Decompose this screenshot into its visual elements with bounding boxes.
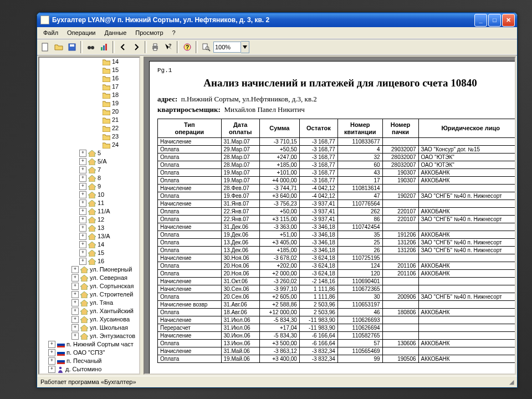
tree-node-24[interactable]: 24	[39, 141, 139, 149]
tree-node-ул. Хусаинова[interactable]: +ул. Хусаинова	[39, 315, 139, 324]
tree-node-18[interactable]: 18	[39, 91, 139, 99]
tree-node-11-А[interactable]: +11/А	[39, 207, 139, 216]
cell: 17	[337, 177, 382, 185]
help-icon[interactable]: ?	[181, 41, 193, 53]
menu-Файл[interactable]: Файл	[39, 28, 62, 37]
tree-node-ул. Строителей[interactable]: +ул. Строителей	[39, 290, 139, 299]
expand-toggle[interactable]: +	[48, 366, 55, 373]
tree-node-16[interactable]: 16	[39, 74, 139, 83]
expand-toggle[interactable]: +	[48, 357, 55, 365]
node-icon	[80, 267, 88, 273]
tree-node-5-А[interactable]: +5/А	[39, 157, 139, 166]
tree-node-14[interactable]: 14	[39, 58, 139, 66]
zoom-input[interactable]	[213, 42, 241, 53]
close-button[interactable]: ✕	[502, 14, 515, 27]
expand-toggle[interactable]: +	[71, 324, 79, 331]
expand-toggle[interactable]: +	[79, 183, 86, 190]
tree-node-ул. Школьная[interactable]: +ул. Школьная	[39, 324, 139, 332]
expand-toggle[interactable]: +	[79, 216, 86, 223]
tree-node-ул. Энтузиастов[interactable]: +ул. Энтузиастов	[39, 332, 139, 340]
expand-toggle[interactable]: +	[48, 349, 55, 356]
open-icon[interactable]	[53, 41, 65, 53]
tree-node-ул. Пионерный[interactable]: +ул. Пионерный	[39, 265, 139, 274]
svg-rect-10	[154, 48, 157, 50]
expand-toggle[interactable]: +	[71, 274, 79, 282]
tree-node-9[interactable]: +9	[39, 182, 139, 191]
tree-node-16[interactable]: +16	[39, 257, 139, 265]
tree-node-п. ОАО "СПЗ"[interactable]: +п. ОАО "СПЗ"	[39, 349, 139, 357]
expand-toggle[interactable]: +	[71, 332, 79, 340]
node-label: 15	[98, 249, 104, 257]
expand-toggle[interactable]: +	[71, 308, 79, 315]
tree-node-23[interactable]: 23	[39, 132, 139, 141]
tree-node-22[interactable]: 22	[39, 124, 139, 132]
zoom-combo[interactable]	[213, 41, 249, 53]
resize-grip-icon[interactable]: ◢	[509, 378, 514, 386]
tree-node-7[interactable]: +7	[39, 166, 139, 174]
tree-node-12[interactable]: +12	[39, 216, 139, 224]
tree-node-21[interactable]: 21	[39, 116, 139, 124]
maximize-button[interactable]: □	[488, 14, 501, 27]
chevron-down-icon[interactable]	[241, 41, 249, 53]
tree-node-ул. Тяна[interactable]: +ул. Тяна	[39, 299, 139, 307]
expand-toggle[interactable]: +	[48, 341, 55, 348]
expand-toggle[interactable]: +	[71, 266, 79, 273]
tree-node-8[interactable]: +8	[39, 174, 139, 182]
tree-node-п. Нижний Сортым част[interactable]: +п. Нижний Сортым част	[39, 340, 139, 349]
tree-node-19[interactable]: 19	[39, 99, 139, 108]
tree-node-5[interactable]: +5	[39, 149, 139, 157]
binoculars-icon[interactable]	[85, 41, 97, 53]
titlebar[interactable]: Бухгалтер LYAN@V п. Нижний Сортым, ул. Н…	[37, 13, 517, 27]
context-help-icon[interactable]: ?	[162, 41, 175, 53]
report-panel[interactable]: Pg.1 Анализ начислений и платежей для ли…	[144, 57, 516, 375]
tree-node-ул. Хантыйский[interactable]: +ул. Хантыйский	[39, 307, 139, 315]
tree-node-17[interactable]: 17	[39, 83, 139, 91]
tree-node-15[interactable]: +15	[39, 249, 139, 257]
new-icon[interactable]	[39, 41, 52, 53]
navigation-tree[interactable]: 1415161718192021222324+5+5/А+7+8+9+10+11…	[38, 57, 140, 375]
tree-node-д. Сытомино[interactable]: +д. Сытомино	[39, 365, 139, 374]
node-icon	[103, 84, 110, 90]
expand-toggle[interactable]: +	[79, 191, 86, 198]
expand-toggle[interactable]: +	[79, 166, 86, 173]
tree-node-п. Песчаный[interactable]: +п. Песчаный	[39, 357, 139, 365]
expand-toggle[interactable]: +	[79, 249, 86, 257]
tree-node-Население[interactable]: +Население	[39, 374, 139, 375]
tree-node-14[interactable]: +14	[39, 241, 139, 249]
expand-toggle[interactable]: +	[71, 299, 79, 306]
arrow-left-icon[interactable]	[117, 41, 129, 53]
zoom-tool-icon[interactable]	[200, 41, 212, 53]
expand-toggle[interactable]: +	[79, 258, 86, 265]
tree-node-20[interactable]: 20	[39, 108, 139, 116]
chart-icon[interactable]	[98, 41, 110, 53]
expand-toggle[interactable]: +	[79, 200, 86, 207]
cell	[382, 332, 418, 340]
menu-Операции[interactable]: Операции	[63, 28, 99, 37]
menu-Просмотр[interactable]: Просмотр	[131, 28, 167, 37]
cell: 28032007	[382, 154, 418, 161]
expand-toggle[interactable]: +	[79, 233, 86, 240]
expand-toggle[interactable]: +	[79, 175, 86, 182]
expand-toggle[interactable]: +	[79, 150, 86, 157]
tree-node-ул. Северная[interactable]: +ул. Северная	[39, 274, 139, 282]
tree-node-ул. Сортынская[interactable]: +ул. Сортынская	[39, 282, 139, 290]
expand-toggle[interactable]: +	[71, 291, 79, 298]
minimize-button[interactable]: _	[474, 14, 487, 27]
menu-Данные[interactable]: Данные	[101, 28, 131, 37]
expand-toggle[interactable]: +	[71, 316, 79, 323]
expand-toggle[interactable]: +	[79, 241, 86, 248]
tree-node-13-А[interactable]: +13/А	[39, 232, 139, 241]
tree-node-10[interactable]: +10	[39, 191, 139, 199]
expand-toggle[interactable]: +	[79, 158, 86, 165]
arrow-right-icon[interactable]	[130, 41, 142, 53]
save-icon[interactable]	[66, 41, 78, 53]
expand-toggle[interactable]: +	[71, 283, 79, 290]
expand-toggle[interactable]: +	[79, 208, 86, 215]
tree-node-15[interactable]: 15	[39, 66, 139, 74]
menu-?[interactable]: ?	[168, 28, 180, 37]
tree-node-11[interactable]: +11	[39, 199, 139, 207]
expand-toggle[interactable]: +	[48, 374, 55, 375]
expand-toggle[interactable]: +	[79, 224, 86, 232]
print-icon[interactable]	[149, 41, 161, 53]
tree-node-13[interactable]: +13	[39, 224, 139, 232]
